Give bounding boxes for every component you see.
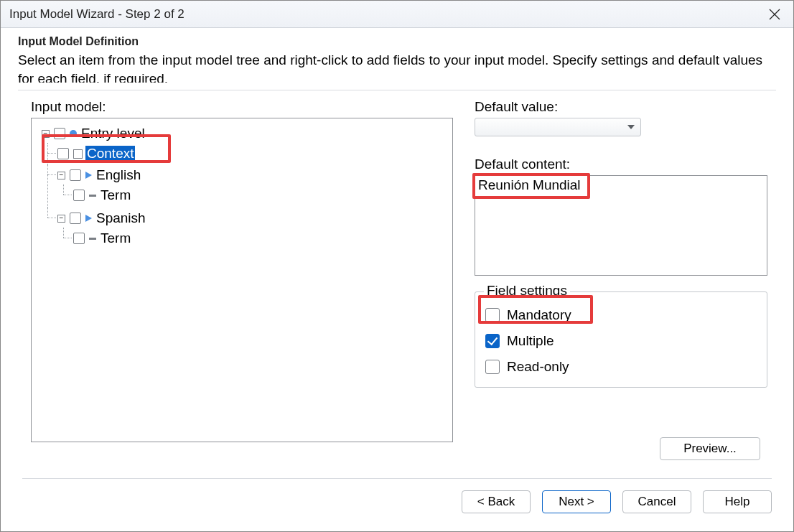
collapse-icon[interactable]: − bbox=[42, 130, 50, 138]
input-model-label: Input model: bbox=[31, 99, 462, 115]
checkbox-spanish-term[interactable] bbox=[73, 233, 85, 244]
input-model-tree[interactable]: − Entry level Context bbox=[31, 118, 453, 442]
left-column: Input model: − Entry level bbox=[31, 99, 462, 442]
preview-row: Preview... bbox=[660, 437, 760, 460]
default-value-combo[interactable] bbox=[475, 118, 641, 136]
tree-node-spanish-term[interactable]: Term bbox=[73, 229, 132, 248]
tree: − Entry level Context bbox=[36, 123, 448, 252]
tree-node-english[interactable]: − English bbox=[57, 166, 142, 185]
tree-label: English bbox=[95, 167, 142, 183]
close-button[interactable] bbox=[765, 4, 785, 24]
help-button[interactable]: Help bbox=[703, 490, 772, 513]
collapse-icon[interactable]: − bbox=[57, 215, 65, 223]
entry-level-icon bbox=[70, 130, 77, 137]
readonly-checkbox[interactable] bbox=[485, 360, 500, 374]
collapse-icon[interactable]: − bbox=[57, 172, 65, 179]
default-content-value: Reunión Mundial bbox=[478, 177, 581, 193]
tree-label: Term bbox=[99, 187, 132, 203]
mandatory-label: Mandatory bbox=[507, 307, 571, 323]
close-icon bbox=[769, 9, 780, 20]
default-value-label: Default value: bbox=[475, 99, 769, 115]
checkbox-english[interactable] bbox=[70, 169, 81, 181]
body-area: Input model: − Entry level bbox=[1, 90, 793, 464]
checkbox-english-term[interactable] bbox=[73, 190, 85, 201]
multiple-checkbox[interactable] bbox=[485, 334, 500, 348]
right-column: Default value: Default content: Reunión … bbox=[475, 99, 769, 388]
readonly-row[interactable]: Read-only bbox=[485, 354, 757, 380]
section-title: Input Model Definition bbox=[18, 35, 776, 48]
mandatory-row[interactable]: Mandatory bbox=[485, 302, 757, 328]
tree-label: Context bbox=[85, 146, 135, 162]
readonly-label: Read-only bbox=[507, 359, 569, 375]
section-description: Select an item from the input model tree… bbox=[18, 51, 776, 83]
wizard-window: Input Model Wizard - Step 2 of 2 Input M… bbox=[0, 0, 794, 532]
tree-node-entry-level[interactable]: − Entry level bbox=[42, 124, 146, 143]
multiple-label: Multiple bbox=[507, 333, 554, 349]
titlebar: Input Model Wizard - Step 2 of 2 bbox=[1, 1, 793, 28]
back-button[interactable]: < Back bbox=[462, 490, 531, 513]
tree-label: Term bbox=[99, 230, 132, 246]
next-button[interactable]: Next > bbox=[542, 490, 611, 513]
checkbox-spanish[interactable] bbox=[70, 213, 81, 224]
default-content-label: Default content: bbox=[475, 157, 769, 172]
checkbox-context[interactable] bbox=[57, 148, 69, 159]
tree-label: Entry level bbox=[80, 126, 146, 141]
term-icon bbox=[89, 238, 96, 240]
field-icon bbox=[73, 149, 83, 159]
multiple-row[interactable]: Multiple bbox=[485, 328, 757, 354]
field-settings-legend: Field settings bbox=[484, 283, 570, 299]
tree-node-english-term[interactable]: Term bbox=[73, 186, 132, 205]
default-content-input[interactable]: Reunión Mundial bbox=[475, 175, 767, 276]
language-icon bbox=[85, 215, 92, 222]
field-settings-group: Field settings Mandatory Multiple Read-o… bbox=[475, 291, 767, 388]
tree-node-spanish[interactable]: − Spanish bbox=[57, 209, 147, 228]
tree-label: Spanish bbox=[95, 210, 147, 226]
divider-bottom bbox=[22, 478, 772, 479]
preview-button[interactable]: Preview... bbox=[660, 437, 760, 460]
checkbox-entry-level[interactable] bbox=[54, 128, 65, 139]
cancel-button[interactable]: Cancel bbox=[622, 490, 691, 513]
window-title: Input Model Wizard - Step 2 of 2 bbox=[9, 7, 185, 22]
language-icon bbox=[85, 172, 92, 179]
term-icon bbox=[89, 195, 96, 197]
tree-node-context[interactable]: Context bbox=[57, 144, 135, 163]
mandatory-checkbox[interactable] bbox=[485, 308, 500, 322]
header-section: Input Model Definition Select an item fr… bbox=[1, 28, 793, 85]
button-bar: < Back Next > Cancel Help bbox=[462, 490, 772, 513]
